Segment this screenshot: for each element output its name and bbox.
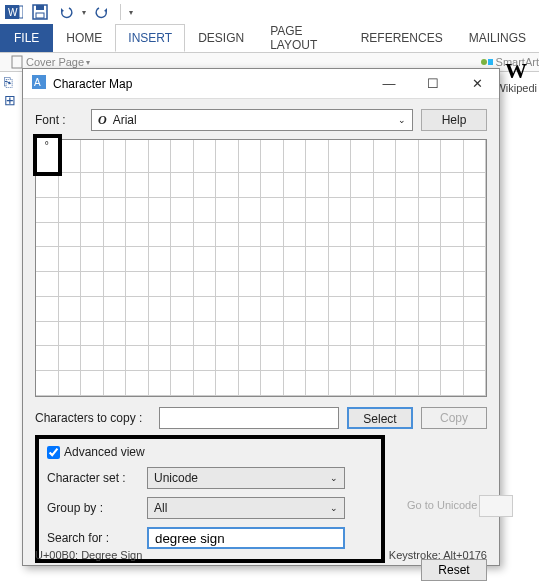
char-cell[interactable] bbox=[81, 297, 104, 322]
char-cell[interactable] bbox=[396, 272, 419, 297]
char-cell[interactable] bbox=[464, 322, 487, 347]
char-cell[interactable] bbox=[126, 198, 149, 223]
char-cell[interactable] bbox=[284, 297, 307, 322]
char-cell[interactable] bbox=[396, 140, 419, 173]
char-cell[interactable] bbox=[59, 247, 82, 272]
char-cell[interactable] bbox=[104, 247, 127, 272]
char-cell[interactable] bbox=[81, 346, 104, 371]
char-cell[interactable] bbox=[441, 247, 464, 272]
char-cell[interactable] bbox=[329, 173, 352, 198]
char-cell[interactable] bbox=[329, 272, 352, 297]
char-cell[interactable] bbox=[284, 371, 307, 396]
char-cell[interactable] bbox=[306, 346, 329, 371]
char-cell[interactable] bbox=[126, 247, 149, 272]
char-cell[interactable] bbox=[284, 247, 307, 272]
char-cell[interactable] bbox=[396, 346, 419, 371]
char-cell[interactable] bbox=[216, 140, 239, 173]
char-cell[interactable] bbox=[59, 346, 82, 371]
char-cell[interactable] bbox=[306, 297, 329, 322]
char-cell[interactable] bbox=[171, 140, 194, 173]
char-cell[interactable] bbox=[464, 198, 487, 223]
tab-design[interactable]: DESIGN bbox=[185, 24, 257, 52]
char-cell[interactable] bbox=[36, 272, 59, 297]
char-cell[interactable] bbox=[126, 297, 149, 322]
char-cell[interactable] bbox=[126, 140, 149, 173]
char-cell[interactable] bbox=[194, 223, 217, 248]
char-cell[interactable] bbox=[284, 272, 307, 297]
char-cell[interactable] bbox=[216, 247, 239, 272]
char-cell[interactable] bbox=[261, 173, 284, 198]
char-cell[interactable] bbox=[374, 371, 397, 396]
tab-page-layout[interactable]: PAGE LAYOUT bbox=[257, 24, 347, 52]
char-cell[interactable] bbox=[306, 198, 329, 223]
char-cell[interactable] bbox=[441, 272, 464, 297]
left-rail-icon-2[interactable]: ⊞ bbox=[4, 93, 16, 107]
char-cell[interactable] bbox=[194, 198, 217, 223]
char-cell[interactable] bbox=[284, 223, 307, 248]
char-cell[interactable] bbox=[464, 346, 487, 371]
char-cell[interactable] bbox=[104, 346, 127, 371]
char-cell[interactable] bbox=[171, 297, 194, 322]
char-cell[interactable] bbox=[396, 322, 419, 347]
char-cell[interactable] bbox=[216, 198, 239, 223]
char-cell[interactable] bbox=[329, 198, 352, 223]
char-cell[interactable] bbox=[284, 346, 307, 371]
char-cell[interactable] bbox=[419, 140, 442, 173]
char-cell[interactable] bbox=[36, 297, 59, 322]
char-cell[interactable] bbox=[239, 371, 262, 396]
char-cell[interactable] bbox=[396, 371, 419, 396]
char-cell[interactable] bbox=[374, 198, 397, 223]
char-cell[interactable] bbox=[261, 322, 284, 347]
char-cell[interactable] bbox=[329, 346, 352, 371]
char-cell[interactable] bbox=[239, 272, 262, 297]
char-cell[interactable] bbox=[396, 247, 419, 272]
char-cell[interactable] bbox=[351, 297, 374, 322]
char-cell[interactable] bbox=[261, 297, 284, 322]
char-cell[interactable]: ° bbox=[36, 137, 59, 173]
char-cell[interactable] bbox=[104, 322, 127, 347]
char-cell[interactable] bbox=[419, 371, 442, 396]
char-cell[interactable] bbox=[441, 223, 464, 248]
char-cell[interactable] bbox=[171, 272, 194, 297]
char-cell[interactable] bbox=[36, 223, 59, 248]
char-cell[interactable] bbox=[306, 322, 329, 347]
char-cell[interactable] bbox=[149, 140, 172, 173]
char-cell[interactable] bbox=[126, 272, 149, 297]
char-cell[interactable] bbox=[396, 173, 419, 198]
char-cell[interactable] bbox=[36, 247, 59, 272]
char-cell[interactable] bbox=[194, 272, 217, 297]
char-cell[interactable] bbox=[239, 346, 262, 371]
char-cell[interactable] bbox=[194, 140, 217, 173]
char-cell[interactable] bbox=[216, 173, 239, 198]
char-cell[interactable] bbox=[419, 247, 442, 272]
char-cell[interactable] bbox=[81, 322, 104, 347]
char-cell[interactable] bbox=[464, 173, 487, 198]
char-cell[interactable] bbox=[239, 223, 262, 248]
char-cell[interactable] bbox=[104, 272, 127, 297]
char-cell[interactable] bbox=[374, 272, 397, 297]
char-cell[interactable] bbox=[59, 173, 82, 198]
char-cell[interactable] bbox=[36, 322, 59, 347]
char-cell[interactable] bbox=[104, 140, 127, 173]
char-cell[interactable] bbox=[171, 223, 194, 248]
char-cell[interactable] bbox=[149, 297, 172, 322]
char-cell[interactable] bbox=[374, 322, 397, 347]
char-cell[interactable] bbox=[149, 346, 172, 371]
char-cell[interactable] bbox=[374, 173, 397, 198]
char-cell[interactable] bbox=[464, 140, 487, 173]
char-cell[interactable] bbox=[149, 272, 172, 297]
char-cell[interactable] bbox=[261, 198, 284, 223]
char-cell[interactable] bbox=[374, 247, 397, 272]
char-cell[interactable] bbox=[149, 173, 172, 198]
char-cell[interactable] bbox=[306, 371, 329, 396]
char-cell[interactable] bbox=[351, 322, 374, 347]
chars-to-copy-input[interactable] bbox=[159, 407, 339, 429]
char-cell[interactable] bbox=[396, 297, 419, 322]
char-cell[interactable] bbox=[36, 173, 59, 198]
char-cell[interactable] bbox=[329, 322, 352, 347]
copy-button[interactable]: Copy bbox=[421, 407, 487, 429]
char-cell[interactable] bbox=[351, 346, 374, 371]
char-cell[interactable] bbox=[81, 223, 104, 248]
char-cell[interactable] bbox=[351, 371, 374, 396]
char-cell[interactable] bbox=[81, 371, 104, 396]
